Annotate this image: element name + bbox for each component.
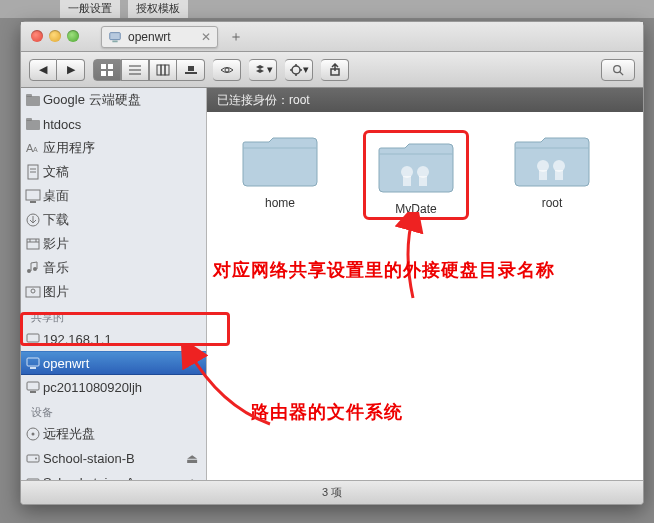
sidebar-item-fav-1[interactable]: htdocs <box>21 112 206 136</box>
svg-point-39 <box>27 269 31 273</box>
toolbar: ◀ ▶ ▾ ▾ <box>21 52 643 88</box>
minimize-button[interactable] <box>49 30 61 42</box>
sidebar-item-label: 影片 <box>43 235 69 253</box>
sidebar-item-fav-7[interactable]: 音乐 <box>21 256 206 280</box>
svg-rect-3 <box>108 64 113 69</box>
icon-view-button[interactable] <box>93 59 121 81</box>
annotation-text: 路由器的文件系统 <box>251 400 403 424</box>
folder-item[interactable]: MyDate <box>363 130 469 220</box>
sidebar-item-shared-1[interactable]: openwrt <box>21 351 206 375</box>
server-icon <box>108 30 122 44</box>
coverflow-view-button[interactable] <box>177 59 205 81</box>
music-icon <box>25 260 41 276</box>
eject-icon[interactable]: ⏏ <box>186 475 198 481</box>
column-view-button[interactable] <box>149 59 177 81</box>
svg-rect-23 <box>26 96 40 106</box>
dropbox-button[interactable]: ▾ <box>249 59 277 81</box>
svg-point-52 <box>35 458 37 460</box>
svg-rect-53 <box>27 479 39 480</box>
folder-label: root <box>542 196 563 210</box>
connection-bar: 已连接身份： root <box>207 88 643 112</box>
sidebar-item-shared-2[interactable]: pc2011080920ljh <box>21 375 206 399</box>
bg-tab: 一般设置 <box>60 0 120 18</box>
svg-rect-58 <box>419 176 427 186</box>
folder-item[interactable]: home <box>227 130 333 210</box>
folder-label: home <box>265 196 295 210</box>
svg-rect-13 <box>185 72 197 74</box>
sidebar-item-label: 桌面 <box>43 187 69 205</box>
sidebar-item-fav-3[interactable]: 文稿 <box>21 160 206 184</box>
share-button[interactable] <box>321 59 349 81</box>
desktop-icon <box>25 188 41 204</box>
connection-user: root <box>289 93 310 107</box>
svg-rect-33 <box>30 201 36 203</box>
folder-label: MyDate <box>395 202 436 216</box>
sidebar-item-fav-4[interactable]: 桌面 <box>21 184 206 208</box>
sidebar-item-dev-0[interactable]: 远程光盘 <box>21 422 206 446</box>
sidebar-item-dev-2[interactable]: School-staion-A⏏ <box>21 470 206 480</box>
disc-icon <box>25 426 41 442</box>
svg-rect-43 <box>27 334 39 342</box>
folder-icon <box>511 130 593 192</box>
sidebar-item-shared-0[interactable]: 192.168.1.1 <box>21 327 206 351</box>
svg-rect-35 <box>27 239 39 249</box>
sidebar-item-label: pc2011080920ljh <box>43 380 142 395</box>
sidebar-item-fav-0[interactable]: Google 云端硬盘 <box>21 88 206 112</box>
folder-icon <box>25 116 41 132</box>
svg-rect-26 <box>26 118 32 121</box>
apps-icon: AA <box>25 140 41 156</box>
status-bar: 3 项 <box>21 480 643 504</box>
svg-rect-4 <box>101 71 106 76</box>
svg-rect-5 <box>108 71 113 76</box>
doc-icon <box>25 164 41 180</box>
list-view-button[interactable] <box>121 59 149 81</box>
svg-rect-1 <box>112 40 117 42</box>
annotation-text: 对应网络共享设置里的外接硬盘目录名称 <box>213 258 555 282</box>
sidebar-item-fav-5[interactable]: 下载 <box>21 208 206 232</box>
folder-item[interactable]: root <box>499 130 605 210</box>
sidebar-item-label: 下载 <box>43 211 69 229</box>
movie-icon <box>25 236 41 252</box>
server-icon <box>25 331 41 347</box>
bg-tab: 授权模板 <box>128 0 188 18</box>
sidebar-item-dev-1[interactable]: School-staion-B⏏ <box>21 446 206 470</box>
sidebar-item-fav-6[interactable]: 影片 <box>21 232 206 256</box>
drive-icon <box>25 474 41 480</box>
sidebar-item-label: Google 云端硬盘 <box>43 91 141 109</box>
sidebar-item-fav-8[interactable]: 图片 <box>21 280 206 304</box>
action-button[interactable]: ▾ <box>285 59 313 81</box>
tab-title: openwrt <box>128 30 171 44</box>
sidebar-group-devices: 设备 <box>21 399 206 422</box>
svg-rect-25 <box>26 120 40 130</box>
svg-rect-2 <box>101 64 106 69</box>
sidebar-item-label: 文稿 <box>43 163 69 181</box>
svg-point-50 <box>32 433 35 436</box>
annotation-arrow-icon <box>393 212 433 302</box>
sidebar-item-label: htdocs <box>43 117 81 132</box>
add-tab-button[interactable]: ＋ <box>226 27 246 47</box>
svg-rect-10 <box>161 65 165 75</box>
search-field[interactable] <box>601 59 635 81</box>
back-button[interactable]: ◀ <box>29 59 57 81</box>
forward-button[interactable]: ▶ <box>57 59 85 81</box>
sidebar-item-label: 图片 <box>43 283 69 301</box>
sidebar-item-fav-2[interactable]: AA应用程序 <box>21 136 206 160</box>
folder-icon <box>239 130 321 192</box>
close-button[interactable] <box>31 30 43 42</box>
search-icon <box>612 64 624 76</box>
eject-icon[interactable]: ⏏ <box>186 451 198 466</box>
window-tab[interactable]: openwrt ✕ <box>101 26 218 48</box>
svg-rect-45 <box>27 358 39 366</box>
sidebar-group-shared: 共享的 <box>21 304 206 327</box>
sidebar: Google 云端硬盘htdocsAA应用程序文稿桌面下载影片音乐图片 共享的 … <box>21 88 207 480</box>
connection-prefix: 已连接身份： <box>217 92 289 109</box>
quicklook-button[interactable] <box>213 59 241 81</box>
folder-icon <box>25 92 41 108</box>
zoom-button[interactable] <box>67 30 79 42</box>
view-mode-buttons <box>93 59 205 81</box>
svg-rect-12 <box>188 66 194 71</box>
sidebar-item-label: 音乐 <box>43 259 69 277</box>
server-icon <box>25 355 41 371</box>
item-count: 3 项 <box>322 485 342 500</box>
close-tab-icon[interactable]: ✕ <box>201 30 211 44</box>
